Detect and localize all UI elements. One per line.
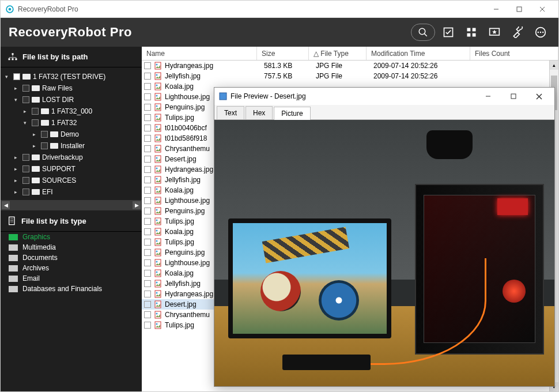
type-item[interactable]: Databases and Financials <box>1 284 142 294</box>
sidebar-hscrollbar[interactable]: ◀ ▶ <box>1 200 142 210</box>
type-item[interactable]: Email <box>1 273 142 284</box>
col-name[interactable]: Name <box>142 47 257 60</box>
expand-arrow-icon[interactable]: ▸ <box>14 83 20 93</box>
col-size[interactable]: Size <box>257 47 309 60</box>
row-checkbox[interactable] <box>144 62 151 69</box>
col-modtime[interactable]: Modification Time <box>367 47 470 60</box>
tree-node[interactable]: ▸SOURCES <box>1 175 142 186</box>
row-checkbox[interactable] <box>144 125 151 131</box>
preview-close-button[interactable] <box>528 88 550 104</box>
type-list[interactable]: GraphicsMultimediaDocumentsArchivesEmail… <box>1 232 142 391</box>
file-icon <box>153 103 163 111</box>
tree-node[interactable]: ▸SUPPORT <box>1 163 142 175</box>
checkbox-tool-icon[interactable] <box>439 24 458 41</box>
expand-arrow-icon[interactable]: ▸ <box>33 129 39 140</box>
row-checkbox[interactable] <box>144 145 151 152</box>
tree-node[interactable]: ▸Driverbackup <box>1 152 142 163</box>
preview-maximize-button[interactable] <box>503 88 524 104</box>
expand-arrow-icon[interactable]: ▸ <box>14 152 20 163</box>
row-checkbox[interactable] <box>144 322 151 329</box>
row-checkbox[interactable] <box>144 228 151 235</box>
tree-checkbox[interactable] <box>22 96 29 103</box>
preview-titlebar[interactable]: File Preview - Desert.jpg <box>214 88 554 105</box>
file-row[interactable]: Hydrangeas.jpg581.3 KBJPG File2009-07-14… <box>142 61 558 71</box>
row-checkbox[interactable] <box>144 114 151 121</box>
row-checkbox[interactable] <box>144 239 151 246</box>
preview-tab-picture[interactable]: Picture <box>274 107 310 120</box>
tree-node[interactable]: ▸Demo <box>1 129 142 140</box>
hscroll-right-icon[interactable]: ▶ <box>133 201 141 209</box>
row-checkbox[interactable] <box>144 270 151 277</box>
row-checkbox[interactable] <box>144 259 151 266</box>
row-checkbox[interactable] <box>144 104 151 111</box>
row-checkbox[interactable] <box>144 156 151 163</box>
tree-checkbox[interactable] <box>22 177 29 184</box>
expand-arrow-icon[interactable]: ▾ <box>24 118 29 128</box>
expand-arrow-icon[interactable]: ▾ <box>14 95 20 105</box>
window-minimize-button[interactable] <box>485 1 508 17</box>
row-checkbox[interactable] <box>144 93 151 100</box>
tree-checkbox[interactable] <box>32 108 39 115</box>
row-checkbox[interactable] <box>144 218 151 225</box>
search-button[interactable] <box>411 24 435 41</box>
row-checkbox[interactable] <box>144 73 151 80</box>
tree-checkbox[interactable] <box>22 154 29 161</box>
preview-minimize-button[interactable] <box>477 88 499 104</box>
expand-arrow-icon[interactable]: ▸ <box>14 187 20 197</box>
file-row[interactable]: Jellyfish.jpg757.5 KBJPG File2009-07-14 … <box>142 71 558 81</box>
tree-checkbox[interactable] <box>41 131 48 138</box>
type-item[interactable]: Graphics <box>1 232 142 242</box>
tree-node[interactable]: ▸EFI <box>1 186 142 198</box>
tree-checkbox[interactable] <box>22 165 29 172</box>
window-titlebar: RecoveryRobot Pro <box>1 1 558 18</box>
tree-checkbox[interactable] <box>41 142 48 149</box>
tree-node[interactable]: ▾1 FAT32 (TEST DRIVE) <box>1 71 142 82</box>
preview-tab-text[interactable]: Text <box>217 106 244 119</box>
col-count[interactable]: Files Count <box>470 47 558 60</box>
type-item[interactable]: Archives <box>1 263 142 273</box>
star-tool-icon[interactable] <box>485 24 504 41</box>
window-maximize-button[interactable] <box>508 1 531 17</box>
row-checkbox[interactable] <box>144 311 151 318</box>
row-checkbox[interactable] <box>144 280 151 287</box>
row-checkbox[interactable] <box>144 197 151 204</box>
expand-arrow-icon[interactable]: ▸ <box>33 141 39 151</box>
svg-point-49 <box>156 178 158 180</box>
col-type[interactable]: △ File Type <box>309 47 367 60</box>
vscroll-up-icon[interactable]: ▴ <box>550 61 558 70</box>
window-close-button[interactable] <box>531 1 554 17</box>
tree-checkbox[interactable] <box>22 189 29 195</box>
row-checkbox[interactable] <box>144 83 151 90</box>
tree-checkbox[interactable] <box>13 73 20 80</box>
preview-tab-hex[interactable]: Hex <box>245 106 273 119</box>
tree-node[interactable]: ▸Installer <box>1 140 142 152</box>
column-headers[interactable]: Name Size △ File Type Modification Time … <box>142 47 558 61</box>
row-checkbox[interactable] <box>144 301 151 308</box>
tree-node[interactable]: ▾1 FAT32 <box>1 117 142 129</box>
row-checkbox[interactable] <box>144 135 151 142</box>
tree-node[interactable]: ▸1 FAT32_000 <box>1 105 142 117</box>
more-menu-icon[interactable] <box>531 24 550 41</box>
row-checkbox[interactable] <box>144 187 151 194</box>
expand-arrow-icon[interactable]: ▸ <box>14 175 20 186</box>
row-checkbox[interactable] <box>144 208 151 214</box>
tree-node[interactable]: ▾LOST DIR <box>1 94 142 105</box>
tree-label: Raw Files <box>42 83 73 93</box>
row-checkbox[interactable] <box>144 249 151 256</box>
tree-node[interactable]: ▸Raw Files <box>1 82 142 94</box>
folder-tree[interactable]: ▾1 FAT32 (TEST DRIVE)▸Raw Files▾LOST DIR… <box>1 67 142 200</box>
row-checkbox[interactable] <box>144 291 151 297</box>
hscroll-left-icon[interactable]: ◀ <box>2 201 10 209</box>
preview-window[interactable]: File Preview - Desert.jpg Text Hex Pictu… <box>214 87 555 387</box>
expand-arrow-icon[interactable]: ▸ <box>14 164 20 174</box>
tree-checkbox[interactable] <box>22 85 29 92</box>
row-checkbox[interactable] <box>144 166 151 173</box>
tree-checkbox[interactable] <box>32 119 39 126</box>
expand-arrow-icon[interactable]: ▸ <box>24 106 29 116</box>
expand-arrow-icon[interactable]: ▾ <box>5 71 11 82</box>
type-item[interactable]: Multimedia <box>1 242 142 252</box>
type-item[interactable]: Documents <box>1 252 142 263</box>
tool-icon[interactable] <box>508 24 527 41</box>
grid-view-icon[interactable] <box>462 24 481 41</box>
row-checkbox[interactable] <box>144 176 151 183</box>
